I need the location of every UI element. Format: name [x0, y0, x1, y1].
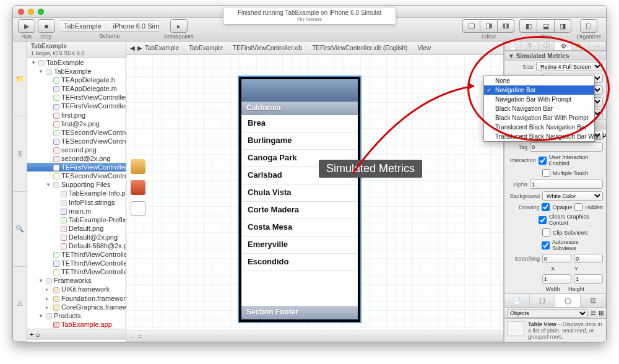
- clip-subviews-checkbox[interactable]: [542, 228, 550, 236]
- code-snippet-lib-tab[interactable]: { }: [530, 294, 555, 307]
- grid-view-icon[interactable]: ⊞: [599, 310, 604, 316]
- file-item[interactable]: ▼TabExample: [27, 58, 126, 67]
- file-item[interactable]: TabExample-Info.plist: [27, 189, 126, 197]
- table-cell[interactable]: Burlingame: [241, 132, 358, 150]
- table-view-frame[interactable]: California BreaBurlingameCanoga ParkCarl…: [238, 76, 361, 323]
- toggle-navigator-button[interactable]: ◧: [519, 19, 537, 33]
- zoom-out-icon[interactable]: −: [130, 333, 134, 340]
- file-item[interactable]: ▸UIKit.framework: [27, 285, 126, 293]
- dropdown-item[interactable]: Navigation Bar With Prompt: [484, 95, 594, 104]
- toggle-debug-button[interactable]: ⬓: [537, 19, 554, 33]
- file-item[interactable]: Default-568h@2x.png: [27, 241, 126, 250]
- file-item[interactable]: ▸Foundation.framework: [27, 294, 126, 303]
- organizer-button[interactable]: ☐: [580, 19, 597, 33]
- file-item[interactable]: ▼Supporting Files: [27, 180, 126, 189]
- dropdown-item[interactable]: Black Navigation Bar: [484, 104, 594, 113]
- file-item[interactable]: ▼Frameworks: [27, 276, 126, 285]
- table-cell[interactable]: Escondido: [241, 254, 358, 271]
- file-item[interactable]: second.png: [27, 145, 126, 154]
- file-item[interactable]: TEFirstViewController.h: [27, 93, 126, 102]
- file-item[interactable]: TEAppDelegate.m: [27, 84, 126, 93]
- file-item[interactable]: Default@2x.png: [27, 233, 126, 241]
- file-item[interactable]: TEAppDelegate.h: [27, 76, 126, 84]
- file-item[interactable]: first.png: [27, 111, 126, 119]
- files-owner-icon[interactable]: [131, 159, 145, 174]
- first-responder-icon[interactable]: [131, 180, 145, 195]
- file-item[interactable]: ▼Products: [27, 311, 126, 320]
- view-segmented[interactable]: ◧ ⬓ ◨: [519, 19, 571, 33]
- file-item[interactable]: main.m: [27, 207, 126, 215]
- search-nav-tab[interactable]: 🔍: [13, 192, 27, 267]
- dropdown-item[interactable]: None: [484, 76, 594, 85]
- forward-button[interactable]: ▶: [137, 45, 142, 51]
- jump-item[interactable]: TabExample: [189, 45, 223, 51]
- connections-inspector-tab[interactable]: →: [589, 41, 606, 50]
- stop-button[interactable]: ■: [38, 19, 55, 33]
- table-cell[interactable]: Chula Vista: [241, 184, 358, 202]
- library-item[interactable]: Table View – Displays data in a list of …: [504, 319, 606, 342]
- file-item[interactable]: TabExample-Prefix.pch: [27, 215, 126, 224]
- table-cell[interactable]: Canoga Park: [241, 150, 358, 167]
- size-inspector-tab[interactable]: 📏: [572, 41, 589, 50]
- table-cell[interactable]: Corte Madera: [241, 202, 358, 219]
- standard-editor-button[interactable]: [462, 19, 480, 33]
- jump-item[interactable]: TabExample: [145, 45, 179, 51]
- size-select[interactable]: Retina 4 Full Screen: [536, 62, 603, 71]
- hidden-checkbox[interactable]: [574, 203, 582, 211]
- list-view-icon[interactable]: ☰: [591, 310, 596, 316]
- file-item[interactable]: first@2x.png: [27, 119, 126, 128]
- dropdown-item[interactable]: Black Navigation Bar With Prompt: [484, 113, 594, 123]
- autoresize-checkbox[interactable]: [542, 241, 550, 249]
- breakpoints-button[interactable]: ▸: [170, 19, 188, 33]
- file-item[interactable]: TESecondViewController.h: [27, 128, 126, 137]
- stretch-w-field[interactable]: [542, 274, 571, 284]
- jump-item[interactable]: TEFirstViewController.xib (English): [312, 45, 407, 51]
- dropdown-item[interactable]: Translucent Black Navigation Bar: [484, 123, 594, 132]
- project-header[interactable]: TabExample 1 target, iOS SDK 6.0: [27, 41, 126, 58]
- filter-icon[interactable]: ⌕: [36, 331, 40, 338]
- back-button[interactable]: ◀: [130, 45, 135, 51]
- jump-bar[interactable]: ◀ ▶ TabExample〉TabExample〉TEFirstViewCon…: [126, 41, 503, 55]
- jump-item[interactable]: View: [417, 45, 431, 51]
- table-cell[interactable]: Carlsbad: [241, 167, 358, 184]
- tag-field[interactable]: [530, 142, 603, 152]
- stretch-y-field[interactable]: [574, 254, 603, 263]
- editor-mode-segmented[interactable]: [462, 19, 514, 33]
- disclosure-icon[interactable]: ▼: [508, 53, 514, 59]
- file-template-lib-tab[interactable]: 📄: [504, 294, 530, 307]
- alpha-field[interactable]: [530, 180, 603, 189]
- file-item[interactable]: ▸CoreGraphics.framework: [27, 303, 126, 311]
- add-icon[interactable]: +: [30, 331, 33, 338]
- view-object-icon[interactable]: [131, 201, 145, 216]
- object-lib-tab[interactable]: ◯: [555, 294, 581, 307]
- dropdown-item[interactable]: Translucent Black Navigation Bar With Pr…: [484, 132, 594, 141]
- library-filter-select[interactable]: Objects: [507, 309, 588, 318]
- attributes-inspector-tab[interactable]: ⚙: [555, 41, 572, 50]
- stretch-x-field[interactable]: [542, 254, 571, 263]
- media-lib-tab[interactable]: 🖼: [581, 294, 606, 307]
- assistant-editor-button[interactable]: [480, 19, 497, 33]
- run-button[interactable]: ▶: [18, 19, 35, 33]
- version-editor-button[interactable]: [497, 19, 514, 33]
- file-item[interactable]: TESecondViewController.m: [27, 137, 126, 145]
- table-cell[interactable]: Emeryville: [241, 236, 358, 254]
- scheme-selector[interactable]: TabExample 〉 iPhone 6.0 Simulator: [60, 20, 159, 32]
- issue-nav-tab[interactable]: ⚠: [13, 267, 27, 342]
- multiple-touch-checkbox[interactable]: [542, 169, 550, 177]
- file-item[interactable]: TEFirstViewController.xib: [27, 163, 126, 171]
- identity-inspector-tab[interactable]: ⓘ: [539, 41, 555, 50]
- clears-context-checkbox[interactable]: [539, 216, 547, 224]
- symbol-nav-tab[interactable]: §: [13, 116, 27, 191]
- file-item[interactable]: TEThirdViewController.m: [27, 259, 126, 267]
- background-select[interactable]: White Color: [542, 191, 603, 201]
- jump-item[interactable]: TEFirstViewController.xib: [233, 45, 302, 51]
- file-item[interactable]: Default.png: [27, 224, 126, 233]
- dropdown-item[interactable]: Navigation Bar: [484, 85, 594, 95]
- file-item[interactable]: TEFirstViewController.m: [27, 102, 126, 110]
- file-item[interactable]: second@2x.png: [27, 154, 126, 163]
- file-item[interactable]: TESecondViewController.xib: [27, 171, 126, 180]
- file-item[interactable]: TabExample.app: [27, 320, 126, 329]
- user-interaction-checkbox[interactable]: [539, 157, 547, 165]
- file-inspector-tab[interactable]: 📄: [504, 41, 521, 50]
- file-item[interactable]: TEThirdViewController.h: [27, 250, 126, 259]
